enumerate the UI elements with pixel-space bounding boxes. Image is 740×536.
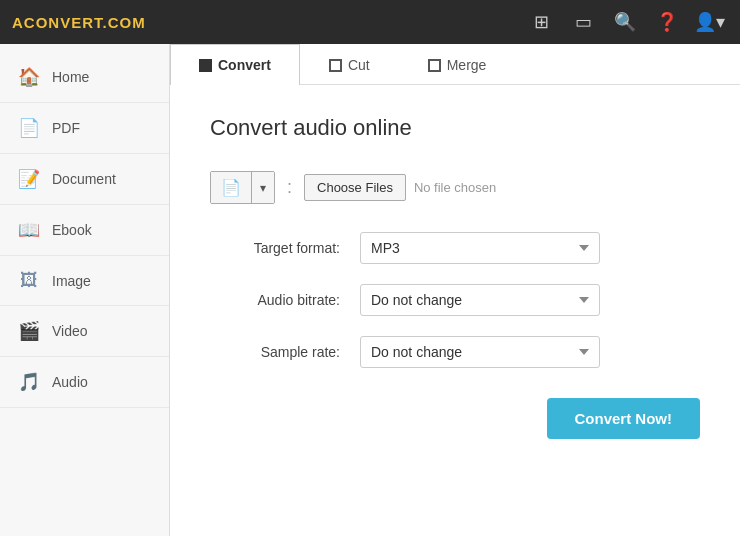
target-format-select[interactable]: MP3 xyxy=(360,232,600,264)
logo-prefix: AC xyxy=(12,14,36,31)
home-icon: 🏠 xyxy=(18,66,40,88)
page-content: Convert audio online 📄 ▾ : Choose Files … xyxy=(170,85,740,469)
logo: ACONVERT.COM xyxy=(12,14,146,31)
sidebar-item-image[interactable]: 🖼 Image xyxy=(0,256,169,306)
sidebar-label-document: Document xyxy=(52,171,116,187)
main-layout: 🏠 Home 📄 PDF 📝 Document 📖 Ebook 🖼 Image … xyxy=(0,44,740,536)
sidebar-item-document[interactable]: 📝 Document xyxy=(0,154,169,205)
search-icon[interactable]: 🔍 xyxy=(606,3,644,41)
sidebar-label-home: Home xyxy=(52,69,89,85)
target-format-row: Target format: MP3 xyxy=(210,232,700,264)
page-title: Convert audio online xyxy=(210,115,700,141)
audio-bitrate-label: Audio bitrate: xyxy=(210,292,340,308)
logo-suffix: NVERT.COM xyxy=(48,14,145,31)
sample-rate-label: Sample rate: xyxy=(210,344,340,360)
help-icon[interactable]: ❓ xyxy=(648,3,686,41)
sample-rate-row: Sample rate: Do not change xyxy=(210,336,700,368)
sidebar-item-home[interactable]: 🏠 Home xyxy=(0,52,169,103)
image-icon: 🖼 xyxy=(18,270,40,291)
tabs-bar: Convert Cut Merge xyxy=(170,44,740,85)
sidebar-item-video[interactable]: 🎬 Video xyxy=(0,306,169,357)
sidebar-label-image: Image xyxy=(52,273,91,289)
file-btn-group: 📄 ▾ xyxy=(210,171,275,204)
pdf-icon: 📄 xyxy=(18,117,40,139)
ebook-icon: 📖 xyxy=(18,219,40,241)
no-file-text: No file chosen xyxy=(414,180,496,195)
sidebar-label-ebook: Ebook xyxy=(52,222,92,238)
sidebar-label-audio: Audio xyxy=(52,374,88,390)
file-new-btn[interactable]: 📄 xyxy=(211,172,252,203)
sidebar-item-ebook[interactable]: 📖 Ebook xyxy=(0,205,169,256)
sidebar: 🏠 Home 📄 PDF 📝 Document 📖 Ebook 🖼 Image … xyxy=(0,44,170,536)
tab-cut-label: Cut xyxy=(348,57,370,73)
logo-highlight: O xyxy=(36,14,49,31)
user-menu-icon[interactable]: 👤▾ xyxy=(690,3,728,41)
audio-bitrate-row: Audio bitrate: Do not change xyxy=(210,284,700,316)
tab-merge-icon xyxy=(428,59,441,72)
choose-files-button[interactable]: Choose Files xyxy=(304,174,406,201)
sample-rate-select[interactable]: Do not change xyxy=(360,336,600,368)
tab-cut-icon xyxy=(329,59,342,72)
tab-merge[interactable]: Merge xyxy=(399,44,516,85)
audio-bitrate-select[interactable]: Do not change xyxy=(360,284,600,316)
tab-merge-label: Merge xyxy=(447,57,487,73)
document-icon: 📝 xyxy=(18,168,40,190)
tablet-icon[interactable]: ▭ xyxy=(564,3,602,41)
content-area: Convert Cut Merge Convert audio online 📄… xyxy=(170,44,740,536)
file-separator: : xyxy=(287,177,292,198)
audio-icon: 🎵 xyxy=(18,371,40,393)
header: ACONVERT.COM ⊞ ▭ 🔍 ❓ 👤▾ xyxy=(0,0,740,44)
video-icon: 🎬 xyxy=(18,320,40,342)
sidebar-item-audio[interactable]: 🎵 Audio xyxy=(0,357,169,408)
tab-cut[interactable]: Cut xyxy=(300,44,399,85)
target-format-label: Target format: xyxy=(210,240,340,256)
tab-convert-icon xyxy=(199,59,212,72)
convert-now-row: Convert Now! xyxy=(210,398,700,439)
grid-icon[interactable]: ⊞ xyxy=(522,3,560,41)
tab-convert[interactable]: Convert xyxy=(170,44,300,85)
sidebar-label-video: Video xyxy=(52,323,88,339)
header-icons: ⊞ ▭ 🔍 ❓ 👤▾ xyxy=(522,3,728,41)
sidebar-label-pdf: PDF xyxy=(52,120,80,136)
tab-convert-label: Convert xyxy=(218,57,271,73)
convert-now-button[interactable]: Convert Now! xyxy=(547,398,701,439)
file-row: 📄 ▾ : Choose Files No file chosen xyxy=(210,171,700,204)
sidebar-item-pdf[interactable]: 📄 PDF xyxy=(0,103,169,154)
file-dropdown-btn[interactable]: ▾ xyxy=(252,172,274,203)
